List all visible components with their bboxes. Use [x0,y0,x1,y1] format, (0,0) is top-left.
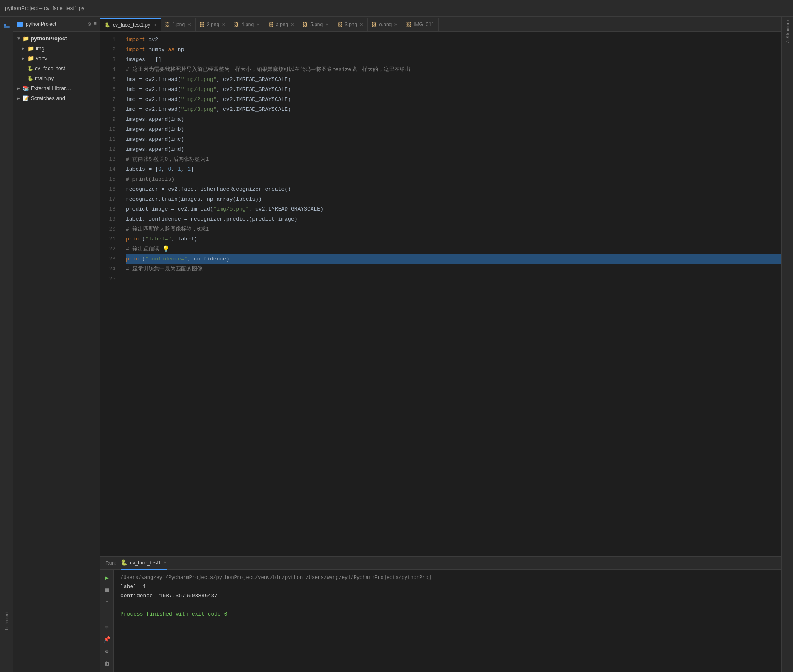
project-panel-label[interactable]: 1: Project [4,611,9,630]
project-panel: pythonProject ⚙ ≡ ▼ 📁 pythonProject ▶ 📁 … [13,17,100,672]
code-line-4: # 这里因为需要我将照片导入前已经调整为一样大小，如果嫌麻烦可以在代码中将图像r… [126,65,781,75]
external-lib-icon: 📚 [22,85,29,91]
tab-4png[interactable]: 🖼 4.png ✕ [230,18,264,31]
tab-img-icon-e: 🖼 [372,22,377,27]
project-header-icons: ⚙ ≡ [88,21,97,27]
svg-rect-1 [4,26,10,28]
tree-img-folder[interactable]: ▶ 📁 img [13,43,100,53]
tab-img011[interactable]: 🖼 IMG_011 [402,18,438,31]
tab-close-5png[interactable]: ✕ [325,22,329,27]
tab-img-icon-1: 🖼 [165,22,170,27]
code-editor[interactable]: 12345 678910 1112131415 1617181920 21222… [100,32,781,556]
tree-external-lib[interactable]: ▶ 📚 External Librar… [13,83,100,93]
run-settings-button[interactable]: ⚙ [102,647,112,657]
tree-cv-label: cv_face_test [35,65,65,71]
tab-close-cv[interactable]: ✕ [153,22,157,28]
code-line-22: # 输出置信读 💡 [126,244,781,254]
gear-icon[interactable]: ⚙ [88,21,91,27]
tab-close-epng[interactable]: ✕ [394,22,398,27]
project-tab-icon[interactable] [1,20,12,32]
run-pin-button[interactable]: 📌 [102,635,112,645]
structure-label[interactable]: 7: Structure [785,20,790,44]
tab-img-icon-img011: 🖼 [406,22,411,27]
code-line-20: # 输出匹配的人脸图像标签，0或1 [126,224,781,234]
run-tab[interactable]: 🐍 cv_face_test1 ✕ [121,557,167,570]
tree-scratches[interactable]: ▶ 📝 Scratches and [13,93,100,103]
tab-3png[interactable]: 🖼 3.png ✕ [333,18,368,31]
tab-5png[interactable]: 🖼 5.png ✕ [299,18,333,31]
code-line-1: import cv2 [126,35,781,45]
output-label-line: label= 1 [120,582,775,591]
code-line-24: # 显示训练集中最为匹配的图像 [126,264,781,274]
tab-close-3png[interactable]: ✕ [360,22,363,27]
run-stop-button[interactable]: ⏹ [102,586,112,596]
chevron-right-icon-2: ▶ [22,56,26,61]
tab-img-icon-3: 🖼 [338,22,342,27]
tab-epng[interactable]: 🖼 e.png ✕ [368,18,402,31]
tab-close-1png[interactable]: ✕ [187,22,191,27]
code-line-14: labels = [0, 0, 1, 1] [126,164,781,174]
tab-apng[interactable]: 🖼 a.png ✕ [264,18,299,31]
tab-img-icon-4: 🖼 [234,22,239,27]
venv-folder-icon: 📁 [27,55,34,61]
line-numbers: 12345 678910 1112131415 1617181920 21222… [100,32,119,556]
py-file-icon: 🐍 [27,66,33,71]
chevron-down-icon: ▼ [17,36,21,41]
tree-root-label: pythonProject [31,35,67,42]
output-confidence-line: confidence= 1687.3579603886437 [120,591,775,601]
code-line-9: images.append(ima) [126,115,781,125]
scratches-icon: 📝 [22,95,29,101]
run-tab-name: cv_face_test1 [130,560,161,566]
tree-venv-folder[interactable]: ▶ 📁 venv [13,53,100,63]
run-tab-close[interactable]: ✕ [163,560,167,565]
code-line-17: recognizer.train(images, np.array(labels… [126,194,781,204]
code-line-7: imc = cv2.imread("img/2.png", cv2.IMREAD… [126,95,781,105]
run-tab-snake-icon: 🐍 [121,559,127,566]
tree-cv-file[interactable]: 🐍 cv_face_test [13,63,100,73]
output-exit-line: Process finished with exit code 0 [120,610,775,619]
tree-venv-label: venv [36,55,47,61]
tree-external-label: External Librar… [31,85,71,91]
tree-root[interactable]: ▼ 📁 pythonProject [13,33,100,43]
code-line-10: images.append(imb) [126,125,781,135]
folder-icon: 📁 [22,35,29,42]
tree-main-label: main.py [35,75,54,81]
code-line-13: # 前两张标签为0，后两张标签为1 [126,155,781,164]
project-tree: ▼ 📁 pythonProject ▶ 📁 img ▶ 📁 venv 🐍 cv_… [13,32,100,672]
code-content[interactable]: import cv2 import numpy as np images = [… [119,32,781,556]
tree-main-file[interactable]: 🐍 main.py [13,73,100,83]
code-line-15: # print(labels) [126,174,781,184]
run-wrap-button[interactable]: ⇌ [102,622,112,632]
run-play-button[interactable]: ▶ [102,573,112,583]
run-scroll-down-button[interactable]: ↓ [102,610,112,620]
chevron-right-icon-3: ▶ [17,86,21,91]
tab-cv-face-test1[interactable]: 🐍 cv_face_test1.py ✕ [100,18,161,31]
code-line-3: images = [] [126,55,781,65]
code-line-23: print("confidence=", confidence) [126,254,781,264]
run-scroll-up-button[interactable]: ↑ [102,598,112,608]
tab-close-4png[interactable]: ✕ [256,22,260,27]
side-panel: 1: Project [0,17,13,672]
code-line-12: images.append(imd) [126,145,781,155]
code-line-16: recognizer = cv2.face.FisherFaceRecogniz… [126,184,781,194]
run-toolbar: ▶ ⏹ ↑ ↓ ⇌ 📌 ⚙ 🗑 [100,570,114,672]
tab-5png-label: 5.png [310,22,323,27]
chevron-right-icon: ▶ [22,46,26,51]
tab-1png-label: 1.png [172,22,185,27]
tab-close-apng[interactable]: ✕ [291,22,294,27]
tab-1png[interactable]: 🖼 1.png ✕ [161,18,196,31]
structure-tab[interactable]: 7: Structure [781,17,793,672]
tab-2png[interactable]: 🖼 2.png ✕ [196,18,230,31]
run-trash-button[interactable]: 🗑 [102,659,112,669]
code-line-6: imb = cv2.imread("img/4.png", cv2.IMREAD… [126,85,781,95]
layout-icon[interactable]: ≡ [93,21,97,27]
tab-3png-label: 3.png [345,22,357,27]
output-cmd-line: /Users/wangzeyi/PycharmProjects/pythonPr… [120,573,775,582]
tab-py-icon: 🐍 [105,22,110,28]
code-line-25 [126,274,781,284]
tree-scratches-label: Scratches and [31,95,65,101]
title-text: pythonProject – cv_face_test1.py [5,5,85,11]
run-label: Run: [105,560,116,566]
code-line-21: print("label=", label) [126,234,781,244]
tab-close-2png[interactable]: ✕ [222,22,225,27]
